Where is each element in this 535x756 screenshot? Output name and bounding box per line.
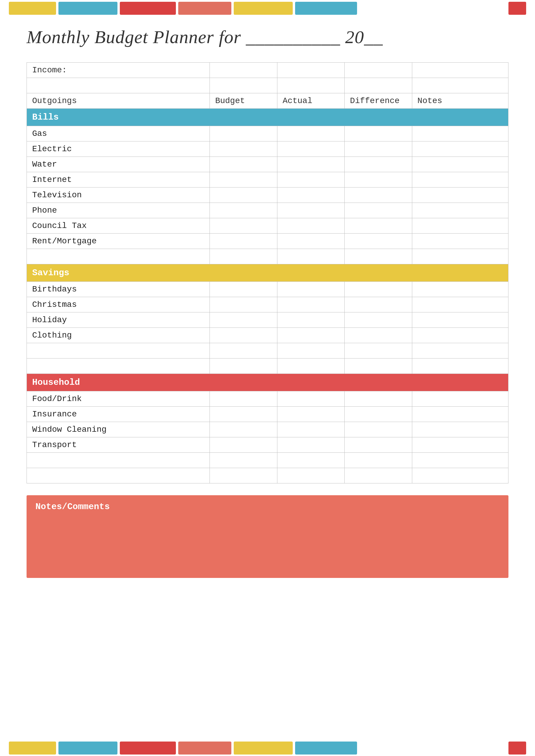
bills-label: Bills bbox=[27, 109, 508, 126]
top-bar-red bbox=[120, 2, 176, 15]
window-cleaning-notes[interactable] bbox=[412, 422, 508, 438]
birthdays-diff[interactable] bbox=[345, 282, 412, 297]
christmas-actual[interactable] bbox=[277, 297, 344, 313]
transport-budget[interactable] bbox=[210, 438, 277, 453]
rent-mortgage-actual[interactable] bbox=[277, 234, 344, 249]
window-cleaning-row: Window Cleaning bbox=[27, 422, 508, 438]
clothing-actual[interactable] bbox=[277, 328, 344, 343]
notes-comments-label: Notes/Comments bbox=[35, 502, 500, 512]
gas-actual[interactable] bbox=[277, 126, 344, 141]
birthdays-budget[interactable] bbox=[210, 282, 277, 297]
television-diff[interactable] bbox=[345, 188, 412, 203]
transport-diff[interactable] bbox=[345, 438, 412, 453]
holiday-actual[interactable] bbox=[277, 313, 344, 328]
top-bar-salmon bbox=[178, 2, 231, 15]
bottom-bar-yellow2 bbox=[234, 741, 293, 755]
food-drink-actual[interactable] bbox=[277, 391, 344, 407]
household-empty-row-1 bbox=[27, 453, 508, 468]
clothing-label: Clothing bbox=[27, 328, 210, 343]
window-cleaning-actual[interactable] bbox=[277, 422, 344, 438]
electric-actual[interactable] bbox=[277, 141, 344, 157]
water-notes[interactable] bbox=[412, 157, 508, 172]
gas-row: Gas bbox=[27, 126, 508, 141]
council-tax-notes[interactable] bbox=[412, 218, 508, 234]
income-actual-cell[interactable] bbox=[277, 63, 344, 78]
food-drink-notes[interactable] bbox=[412, 391, 508, 407]
insurance-diff[interactable] bbox=[345, 407, 412, 422]
notes-comments-section: Notes/Comments bbox=[27, 495, 508, 578]
gas-diff[interactable] bbox=[345, 126, 412, 141]
rent-mortgage-row: Rent/Mortgage bbox=[27, 234, 508, 249]
council-tax-diff[interactable] bbox=[345, 218, 412, 234]
internet-budget[interactable] bbox=[210, 172, 277, 188]
internet-actual[interactable] bbox=[277, 172, 344, 188]
top-bar-yellow2 bbox=[234, 2, 293, 15]
spacer-row-1 bbox=[27, 78, 508, 93]
bottom-bar-red2 bbox=[508, 741, 526, 755]
top-bar-yellow bbox=[9, 2, 56, 15]
top-bar-teal bbox=[58, 2, 118, 15]
income-notes-cell[interactable] bbox=[412, 63, 508, 78]
electric-budget[interactable] bbox=[210, 141, 277, 157]
gas-budget[interactable] bbox=[210, 126, 277, 141]
rent-mortgage-notes[interactable] bbox=[412, 234, 508, 249]
holiday-budget[interactable] bbox=[210, 313, 277, 328]
water-diff[interactable] bbox=[345, 157, 412, 172]
internet-diff[interactable] bbox=[345, 172, 412, 188]
clothing-diff[interactable] bbox=[345, 328, 412, 343]
savings-label: Savings bbox=[27, 264, 508, 282]
electric-diff[interactable] bbox=[345, 141, 412, 157]
bills-section-header: Bills bbox=[27, 109, 508, 126]
phone-diff[interactable] bbox=[345, 203, 412, 218]
council-tax-label: Council Tax bbox=[27, 218, 210, 234]
col-notes: Notes bbox=[412, 93, 508, 109]
holiday-notes[interactable] bbox=[412, 313, 508, 328]
clothing-notes[interactable] bbox=[412, 328, 508, 343]
savings-empty-row-1 bbox=[27, 343, 508, 358]
clothing-budget[interactable] bbox=[210, 328, 277, 343]
rent-mortgage-diff[interactable] bbox=[345, 234, 412, 249]
rent-mortgage-budget[interactable] bbox=[210, 234, 277, 249]
food-drink-budget[interactable] bbox=[210, 391, 277, 407]
birthdays-notes[interactable] bbox=[412, 282, 508, 297]
window-cleaning-diff[interactable] bbox=[345, 422, 412, 438]
column-header-row: Outgoings Budget Actual Difference Notes bbox=[27, 93, 508, 109]
internet-label: Internet bbox=[27, 172, 210, 188]
transport-actual[interactable] bbox=[277, 438, 344, 453]
birthdays-row: Birthdays bbox=[27, 282, 508, 297]
insurance-label: Insurance bbox=[27, 407, 210, 422]
gas-notes[interactable] bbox=[412, 126, 508, 141]
phone-budget[interactable] bbox=[210, 203, 277, 218]
water-budget[interactable] bbox=[210, 157, 277, 172]
transport-notes[interactable] bbox=[412, 438, 508, 453]
holiday-diff[interactable] bbox=[345, 313, 412, 328]
income-budget-cell[interactable] bbox=[210, 63, 277, 78]
birthdays-actual[interactable] bbox=[277, 282, 344, 297]
council-tax-actual[interactable] bbox=[277, 218, 344, 234]
page-title: Monthly Budget Planner for __________ 20… bbox=[27, 27, 508, 47]
insurance-actual[interactable] bbox=[277, 407, 344, 422]
television-budget[interactable] bbox=[210, 188, 277, 203]
christmas-budget[interactable] bbox=[210, 297, 277, 313]
christmas-notes[interactable] bbox=[412, 297, 508, 313]
col-difference: Difference bbox=[345, 93, 412, 109]
phone-notes[interactable] bbox=[412, 203, 508, 218]
television-notes[interactable] bbox=[412, 188, 508, 203]
christmas-diff[interactable] bbox=[345, 297, 412, 313]
window-cleaning-budget[interactable] bbox=[210, 422, 277, 438]
council-tax-budget[interactable] bbox=[210, 218, 277, 234]
electric-notes[interactable] bbox=[412, 141, 508, 157]
col-outgoings: Outgoings bbox=[27, 93, 210, 109]
water-actual[interactable] bbox=[277, 157, 344, 172]
savings-empty-row-2 bbox=[27, 358, 508, 374]
household-section-header: Household bbox=[27, 374, 508, 391]
internet-notes[interactable] bbox=[412, 172, 508, 188]
bottom-bar-yellow bbox=[9, 741, 56, 755]
income-diff-cell[interactable] bbox=[345, 63, 412, 78]
household-empty-row-2 bbox=[27, 468, 508, 483]
food-drink-diff[interactable] bbox=[345, 391, 412, 407]
insurance-notes[interactable] bbox=[412, 407, 508, 422]
television-actual[interactable] bbox=[277, 188, 344, 203]
phone-actual[interactable] bbox=[277, 203, 344, 218]
insurance-budget[interactable] bbox=[210, 407, 277, 422]
